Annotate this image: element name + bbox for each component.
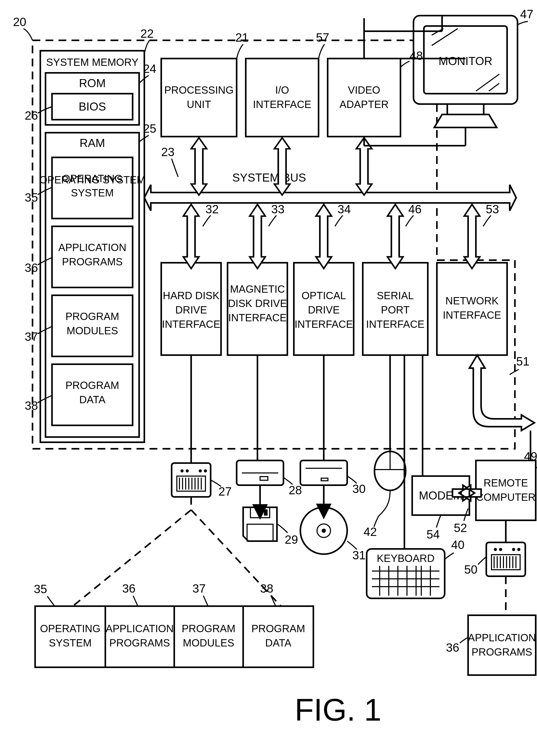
svg-text:KEYBOARD: KEYBOARD xyxy=(377,553,434,564)
svg-text:26: 26 xyxy=(25,109,38,122)
system-memory-label: SYSTEM MEMORY xyxy=(46,57,139,68)
magnetic-drive-icon xyxy=(237,460,283,485)
svg-text:46: 46 xyxy=(408,202,422,216)
svg-text:52: 52 xyxy=(454,521,467,535)
svg-rect-44 xyxy=(172,463,211,497)
svg-rect-16 xyxy=(161,59,237,137)
svg-text:NETWORK: NETWORK xyxy=(445,295,499,307)
remote-disk-icon xyxy=(486,542,525,576)
svg-text:51: 51 xyxy=(516,355,529,368)
bus-to-processing-arrow xyxy=(191,138,207,195)
svg-rect-64 xyxy=(264,509,268,516)
svg-rect-41 xyxy=(437,263,507,355)
svg-text:40: 40 xyxy=(451,538,465,552)
svg-text:36: 36 xyxy=(25,261,38,274)
svg-text:PROGRAM: PROGRAM xyxy=(182,623,236,634)
svg-text:OPERATING: OPERATING xyxy=(62,173,123,184)
svg-rect-95 xyxy=(486,542,525,576)
ram-label: RAM xyxy=(80,137,105,149)
svg-text:DATA: DATA xyxy=(265,637,292,649)
svg-text:UNIT: UNIT xyxy=(187,99,211,110)
svg-text:INTERFACE: INTERFACE xyxy=(295,318,353,330)
svg-point-46 xyxy=(186,469,189,473)
svg-text:24: 24 xyxy=(143,62,156,75)
svg-text:20: 20 xyxy=(13,15,26,29)
svg-point-99 xyxy=(517,548,520,551)
svg-text:DISK DRIVE: DISK DRIVE xyxy=(228,298,287,309)
svg-text:35: 35 xyxy=(25,191,38,204)
svg-text:35: 35 xyxy=(34,582,47,596)
svg-text:PORT: PORT xyxy=(381,304,410,315)
svg-text:OPERATING: OPERATING xyxy=(40,623,101,634)
svg-text:23: 23 xyxy=(161,145,175,159)
svg-text:48: 48 xyxy=(410,49,423,63)
floppy-icon xyxy=(243,507,277,541)
svg-text:PROGRAM: PROGRAM xyxy=(65,380,119,391)
svg-text:MAGNETIC: MAGNETIC xyxy=(230,283,285,295)
bios-label: BIOS xyxy=(79,100,106,113)
svg-text:36: 36 xyxy=(122,582,136,595)
svg-point-48 xyxy=(204,469,207,473)
svg-text:APPLICATION: APPLICATION xyxy=(105,623,174,634)
svg-text:PROGRAMS: PROGRAMS xyxy=(109,637,170,649)
svg-text:I/O: I/O xyxy=(275,84,289,96)
svg-text:INTERFACE: INTERFACE xyxy=(366,318,424,330)
svg-text:PROGRAMS: PROGRAMS xyxy=(62,256,122,268)
svg-text:21: 21 xyxy=(235,31,249,44)
svg-text:MODULES: MODULES xyxy=(66,325,118,336)
svg-text:PROGRAM: PROGRAM xyxy=(251,623,305,634)
svg-text:29: 29 xyxy=(285,533,298,546)
svg-point-47 xyxy=(199,469,202,473)
svg-text:53: 53 xyxy=(486,202,499,216)
svg-text:COMPUTER: COMPUTER xyxy=(476,491,536,503)
svg-text:27: 27 xyxy=(219,485,232,498)
svg-text:PROGRAMS: PROGRAMS xyxy=(472,646,532,658)
svg-text:49: 49 xyxy=(524,449,537,463)
svg-point-98 xyxy=(512,548,515,551)
svg-text:HARD DISK: HARD DISK xyxy=(163,290,220,301)
svg-text:SERIAL: SERIAL xyxy=(377,290,414,301)
svg-rect-91 xyxy=(476,460,536,520)
mouse-icon xyxy=(374,451,406,516)
svg-text:REMOTE: REMOTE xyxy=(483,477,528,488)
optical-drive-icon xyxy=(300,460,347,485)
svg-rect-19 xyxy=(246,59,318,137)
svg-text:INTERFACE: INTERFACE xyxy=(162,318,220,330)
svg-text:38: 38 xyxy=(25,399,38,412)
svg-text:54: 54 xyxy=(427,527,440,541)
svg-text:PROCESSING: PROCESSING xyxy=(164,84,234,96)
svg-text:50: 50 xyxy=(464,563,477,576)
svg-rect-66 xyxy=(300,460,347,485)
svg-text:OPTICAL: OPTICAL xyxy=(301,290,346,301)
svg-point-45 xyxy=(181,469,184,473)
svg-text:INTERFACE: INTERFACE xyxy=(253,99,311,110)
keyboard-icon: KEYBOARD xyxy=(367,549,445,598)
disc-icon xyxy=(300,507,347,554)
svg-text:31: 31 xyxy=(352,548,366,562)
svg-text:57: 57 xyxy=(316,31,329,44)
svg-text:MONITOR: MONITOR xyxy=(439,55,493,67)
svg-text:37: 37 xyxy=(25,330,38,343)
svg-text:SYSTEM: SYSTEM xyxy=(71,187,114,198)
hard-disk-icon xyxy=(172,463,211,497)
svg-text:APPLICATION: APPLICATION xyxy=(58,242,126,253)
svg-text:37: 37 xyxy=(192,582,206,595)
svg-text:28: 28 xyxy=(289,483,302,497)
svg-text:PROGRAM: PROGRAM xyxy=(65,311,119,322)
rom-label: ROM xyxy=(79,77,106,90)
svg-text:33: 33 xyxy=(271,202,284,216)
svg-rect-110 xyxy=(468,615,536,675)
svg-text:INTERFACE: INTERFACE xyxy=(443,309,501,321)
bus-label: SYSTEM BUS xyxy=(232,171,306,184)
svg-text:38: 38 xyxy=(260,582,273,595)
svg-text:34: 34 xyxy=(338,202,351,216)
svg-text:DRIVE: DRIVE xyxy=(308,304,340,315)
svg-point-96 xyxy=(494,548,497,551)
svg-text:47: 47 xyxy=(520,7,533,21)
svg-text:DATA: DATA xyxy=(79,394,105,405)
svg-text:42: 42 xyxy=(363,525,377,538)
svg-text:36: 36 xyxy=(446,641,459,654)
svg-rect-121 xyxy=(447,104,484,114)
svg-text:MODULES: MODULES xyxy=(183,637,234,649)
svg-text:22: 22 xyxy=(141,27,154,40)
